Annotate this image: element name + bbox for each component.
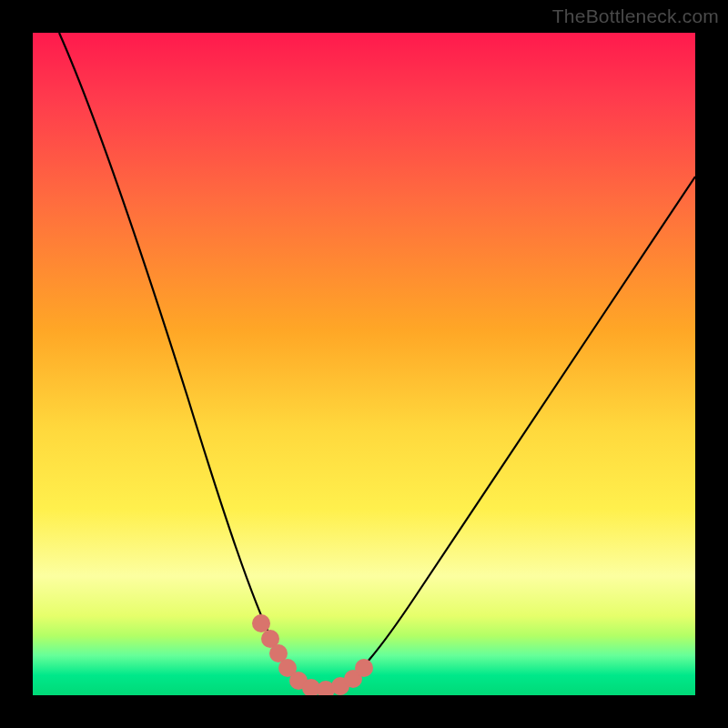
curve-svg	[33, 33, 695, 695]
plot-area	[33, 33, 695, 695]
highlight-dot	[252, 614, 270, 632]
highlight-dots-group	[252, 614, 373, 695]
watermark-text: TheBottleneck.com	[552, 5, 719, 27]
bottleneck-curve	[59, 33, 695, 691]
chart-frame: TheBottleneck.com	[0, 0, 728, 728]
highlight-dot	[355, 659, 373, 677]
